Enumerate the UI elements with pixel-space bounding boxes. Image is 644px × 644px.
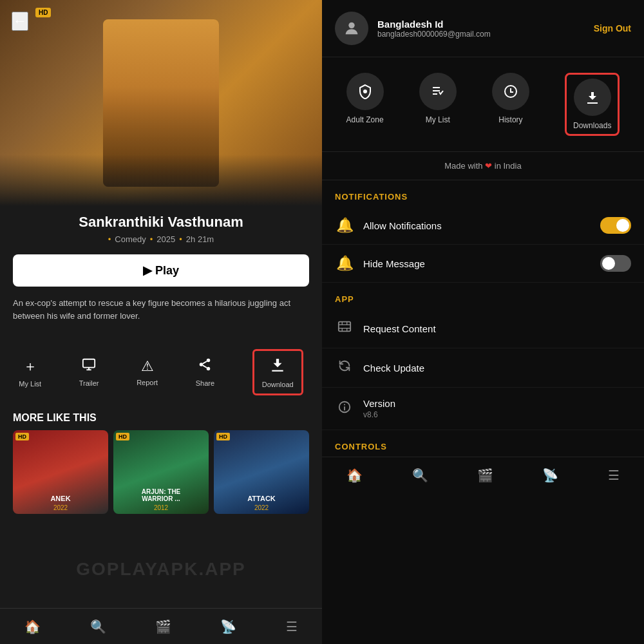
profile-name: Bangladesh Id	[377, 19, 585, 30]
svg-line-7	[203, 361, 207, 364]
nav-live-icon[interactable]: 📡	[220, 619, 236, 634]
left-panel: ← HD Sankranthiki Vasthunam • Comedy • 2…	[0, 0, 322, 644]
thumbnails-row: HD ANEK 2022 HD ARJUN: THEWARRIOR ... 20…	[0, 430, 322, 514]
nav-home-icon[interactable]: 🏠	[24, 619, 41, 634]
movie-title: Sankranthiki Vasthunam	[13, 214, 309, 231]
movie-info: Sankranthiki Vasthunam • Comedy • 2025 •…	[0, 206, 322, 343]
hide-message-label: Hide Message	[363, 258, 591, 269]
thumb-attack[interactable]: HD ATTACK 2022	[214, 430, 309, 514]
plus-icon: ＋	[23, 357, 37, 376]
notifications-section-title: NOTIFICATIONS	[322, 180, 644, 207]
share-icon	[198, 357, 212, 375]
heart-icon: ❤	[485, 161, 492, 171]
download-icon	[269, 356, 286, 377]
check-update-row[interactable]: Check Update	[322, 348, 644, 388]
thumb-anek-hd: HD	[15, 433, 29, 440]
info-icon	[335, 400, 354, 418]
download-label: Download	[262, 381, 294, 388]
profile-info: Bangladesh Id bangladesh0000069@gmail.co…	[377, 19, 585, 39]
mylist-qa-icon	[419, 73, 457, 110]
signout-button[interactable]: Sign Out	[594, 23, 631, 33]
rnav-search-icon[interactable]: 🔍	[412, 468, 428, 483]
action-bar: ＋ My List Trailer ⚠ Report Share Downloa…	[0, 343, 322, 402]
svg-point-9	[363, 90, 367, 93]
svg-line-6	[203, 365, 207, 368]
download-action[interactable]: Download	[252, 349, 303, 395]
adult-zone-action[interactable]: Adult Zone	[346, 73, 384, 136]
film-icon	[335, 319, 354, 337]
svg-rect-0	[83, 359, 95, 368]
back-button[interactable]: ←	[12, 12, 28, 31]
svg-rect-14	[339, 322, 350, 332]
thumb-anek-year: 2022	[13, 504, 108, 511]
share-action[interactable]: Share	[196, 357, 214, 387]
meta-dot2: •	[150, 234, 153, 244]
hide-message-toggle[interactable]	[600, 255, 631, 272]
play-button[interactable]: ▶ Play	[13, 254, 309, 287]
nav-movies-icon[interactable]: 🎬	[155, 619, 171, 634]
profile-header: Bangladesh Id bangladesh0000069@gmail.co…	[322, 0, 644, 57]
movie-duration: 2h 21m	[186, 234, 214, 244]
rnav-movies-icon[interactable]: 🎬	[477, 468, 493, 483]
mylist-qa[interactable]: My List	[419, 73, 457, 136]
downloads-qa-label: Downloads	[573, 121, 611, 130]
thumb-arjun[interactable]: HD ARJUN: THEWARRIOR ... 2012	[113, 430, 209, 514]
movie-genre: Comedy	[115, 234, 146, 244]
report-action[interactable]: ⚠ Report	[137, 358, 158, 386]
rnav-live-icon[interactable]: 📡	[542, 468, 558, 483]
controls-section-title: CONTROLS	[322, 430, 644, 457]
report-label: Report	[137, 379, 158, 386]
right-panel: Bangladesh Id bangladesh0000069@gmail.co…	[322, 0, 644, 644]
report-icon: ⚠	[141, 358, 154, 375]
version-row: Version v8.6	[322, 388, 644, 430]
hd-badge: HD	[35, 8, 51, 17]
nav-menu-icon[interactable]: ☰	[286, 619, 298, 634]
movie-description: An ex-cop's attempt to rescue a key figu…	[13, 297, 309, 322]
refresh-icon	[335, 359, 354, 377]
history-qa[interactable]: History	[492, 73, 529, 136]
toggle-knob-off	[602, 257, 615, 270]
rnav-menu-icon[interactable]: ☰	[608, 468, 620, 483]
nav-search-icon[interactable]: 🔍	[90, 619, 106, 634]
movie-meta: • Comedy • 2025 • 2h 21m	[13, 234, 309, 244]
request-content-label: Request Content	[363, 323, 631, 334]
movie-poster-bg: HD	[0, 0, 322, 206]
allow-notifications-row: 🔔 Allow Notifications	[322, 207, 644, 245]
toggle-knob-on	[616, 219, 629, 232]
history-qa-icon	[492, 73, 529, 110]
movie-year: 2025	[156, 234, 175, 244]
share-label: Share	[196, 379, 214, 387]
downloads-qa-icon	[574, 79, 611, 116]
app-section-title: APP	[322, 283, 644, 309]
svg-point-5	[207, 367, 211, 371]
check-update-label: Check Update	[363, 363, 631, 374]
left-bottom-nav: 🏠 🔍 🎬 📡 ☰	[0, 608, 322, 644]
mylist-action[interactable]: ＋ My List	[19, 357, 41, 388]
quick-actions: Adult Zone My List History Downloads	[322, 57, 644, 152]
trailer-action[interactable]: Trailer	[79, 357, 99, 387]
poster-overlay	[0, 155, 322, 206]
trailer-label: Trailer	[79, 379, 99, 387]
thumb-arjun-hd: HD	[116, 433, 129, 440]
right-bottom-nav: 🏠 🔍 🎬 📡 ☰	[322, 457, 644, 493]
adult-zone-icon	[346, 73, 384, 110]
notification-bell-icon: 🔔	[335, 217, 354, 234]
meta-dot: •	[108, 234, 111, 244]
thumb-attack-title: ATTACK	[214, 495, 309, 502]
more-like-title: MORE LIKE THIS	[0, 402, 322, 430]
svg-point-4	[200, 363, 204, 366]
made-with: Made with ❤ in India	[322, 152, 644, 180]
thumb-anek[interactable]: HD ANEK 2022	[13, 430, 108, 514]
rnav-home-icon[interactable]: 🏠	[346, 468, 363, 483]
svg-point-8	[348, 23, 354, 28]
version-number: v8.6	[363, 410, 395, 419]
thumb-arjun-year: 2012	[113, 504, 209, 511]
version-info: Version v8.6	[363, 398, 395, 419]
request-content-row[interactable]: Request Content	[322, 309, 644, 348]
watermark: GOPLAYAPK.APP	[0, 559, 322, 580]
downloads-qa[interactable]: Downloads	[565, 73, 620, 136]
version-label: Version	[363, 398, 395, 409]
svg-point-24	[344, 404, 345, 405]
allow-notifications-toggle[interactable]	[600, 217, 631, 234]
hide-message-bell-icon: 🔔	[335, 255, 354, 272]
